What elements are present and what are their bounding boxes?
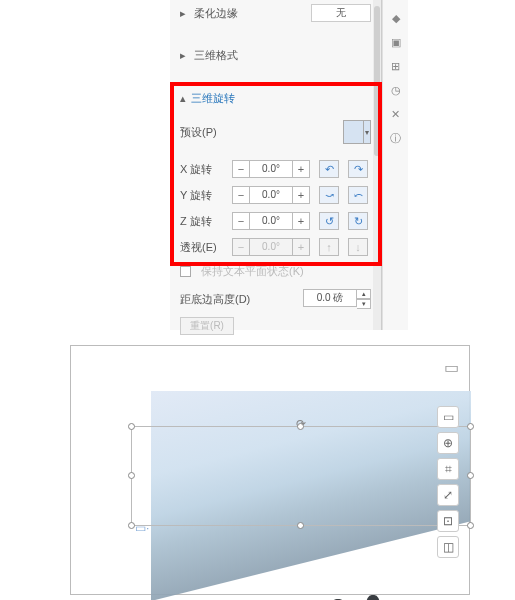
keep-flat-label: 保持文本平面状态(K) (201, 264, 304, 279)
scrollbar[interactable] (373, 0, 381, 330)
soft-edge-value[interactable]: 无 (311, 4, 371, 22)
up-button[interactable]: ▴ (357, 289, 371, 299)
rotate-cw-icon[interactable]: ↻ (348, 212, 368, 230)
ground-label: 距底边高度(D) (180, 292, 250, 307)
keep-flat-row: 保持文本平面状态(K) (170, 260, 381, 283)
rotate-left-icon[interactable]: ↶ (319, 160, 339, 178)
placeholder-icon: ▭ (444, 358, 459, 377)
anchor-icon: ▭· (135, 521, 149, 535)
x-rotation-value[interactable]: 0.0° (250, 160, 292, 178)
resize-handle[interactable] (467, 423, 474, 430)
minus-button[interactable]: − (232, 212, 250, 230)
canvas-toolbar: ▭ ⊕ ⌗ ⤢ ⊡ ◫ (437, 406, 461, 558)
minus-button: − (232, 238, 250, 256)
plus-button[interactable]: + (292, 160, 310, 178)
plus-button[interactable]: + (292, 212, 310, 230)
document-canvas[interactable]: ▭ ⟳ ▭· ▭ ⊕ ⌗ ⤢ ⊡ ◫ (70, 345, 470, 595)
y-rotation-row: Y 旋转 − 0.0° + ⤻ ⤺ (170, 182, 381, 208)
preset-row: 预设(P) ▾ (170, 116, 381, 148)
expand-icon: ▸ (180, 49, 188, 62)
rotate-down-icon[interactable]: ⤺ (348, 186, 368, 204)
resize-handle[interactable] (297, 423, 304, 430)
z-rotation-row: Z 旋转 − 0.0° + ↺ ↻ (170, 208, 381, 234)
collapse-icon: ▴ (180, 92, 188, 105)
perspective-label: 透视(E) (180, 240, 226, 255)
side-icon[interactable]: ◆ (388, 10, 404, 26)
z-rotation-input[interactable]: − 0.0° + (232, 212, 310, 230)
side-icon[interactable]: ▣ (388, 34, 404, 50)
perspective-input: − 0.0° + (232, 238, 310, 256)
selection-frame[interactable]: ⟳ (131, 426, 471, 526)
side-icon[interactable]: ⊞ (388, 58, 404, 74)
plus-button: + (292, 238, 310, 256)
expand-icon[interactable]: ⤢ (437, 484, 459, 506)
y-rotation-value[interactable]: 0.0° (250, 186, 292, 204)
side-icon[interactable]: ⓘ (388, 130, 404, 146)
resize-handle[interactable] (297, 522, 304, 529)
x-rotation-label: X 旋转 (180, 162, 226, 177)
minus-button[interactable]: − (232, 186, 250, 204)
y-rotation-label: Y 旋转 (180, 188, 226, 203)
preset-label: 预设(P) (180, 125, 217, 140)
side-icon-bar: ◆ ▣ ⊞ ◷ ✕ ⓘ (382, 0, 408, 330)
ground-value[interactable]: 0.0 磅 (303, 289, 357, 307)
expand-icon: ▸ (180, 7, 188, 20)
keep-flat-checkbox (180, 266, 191, 277)
figure-icon (366, 595, 380, 600)
resize-handle[interactable] (128, 423, 135, 430)
reset-button: 重置(R) (180, 317, 234, 335)
grid-icon[interactable]: ⊡ (437, 510, 459, 532)
format3d-label: 三维格式 (194, 48, 238, 63)
perspective-row: 透视(E) − 0.0° + ↑ ↓ (170, 234, 381, 260)
chevron-down-icon: ▾ (363, 121, 370, 143)
persp-up-icon: ↑ (319, 238, 339, 256)
ground-row: 距底边高度(D) 0.0 磅 ▴▾ (170, 285, 381, 313)
persp-down-icon: ↓ (348, 238, 368, 256)
format-panel: ▸ 柔化边缘 无 ▸ 三维格式 ▴ 三维旋转 预设(P) ▾ X 旋转 − 0.… (170, 0, 382, 330)
plus-button[interactable]: + (292, 186, 310, 204)
soft-edge-label: 柔化边缘 (194, 6, 238, 21)
soft-edge-row[interactable]: ▸ 柔化边缘 无 (170, 0, 381, 26)
rotate3d-title[interactable]: ▴ 三维旋转 (170, 87, 381, 110)
resize-handle[interactable] (467, 472, 474, 479)
ground-input[interactable]: 0.0 磅 ▴▾ (303, 289, 371, 309)
z-rotation-label: Z 旋转 (180, 214, 226, 229)
resize-handle[interactable] (467, 522, 474, 529)
down-button[interactable]: ▾ (357, 299, 371, 309)
rotate-right-icon[interactable]: ↷ (348, 160, 368, 178)
minus-button[interactable]: − (232, 160, 250, 178)
resize-handle[interactable] (128, 472, 135, 479)
z-rotation-value[interactable]: 0.0° (250, 212, 292, 230)
preset-button[interactable]: ▾ (343, 120, 371, 144)
resize-handle[interactable] (128, 522, 135, 529)
x-rotation-input[interactable]: − 0.0° + (232, 160, 310, 178)
rotate-ccw-icon[interactable]: ↺ (319, 212, 339, 230)
perspective-value: 0.0° (250, 238, 292, 256)
rotate-up-icon[interactable]: ⤻ (319, 186, 339, 204)
crop-icon[interactable]: ⌗ (437, 458, 459, 480)
y-rotation-input[interactable]: − 0.0° + (232, 186, 310, 204)
layout-icon[interactable]: ▭ (437, 406, 459, 428)
side-icon[interactable]: ✕ (388, 106, 404, 122)
panel-icon[interactable]: ◫ (437, 536, 459, 558)
format3d-row[interactable]: ▸ 三维格式 (170, 44, 381, 67)
zoom-icon[interactable]: ⊕ (437, 432, 459, 454)
scrollbar-thumb[interactable] (374, 6, 380, 156)
x-rotation-row: X 旋转 − 0.0° + ↶ ↷ (170, 156, 381, 182)
side-icon[interactable]: ◷ (388, 82, 404, 98)
